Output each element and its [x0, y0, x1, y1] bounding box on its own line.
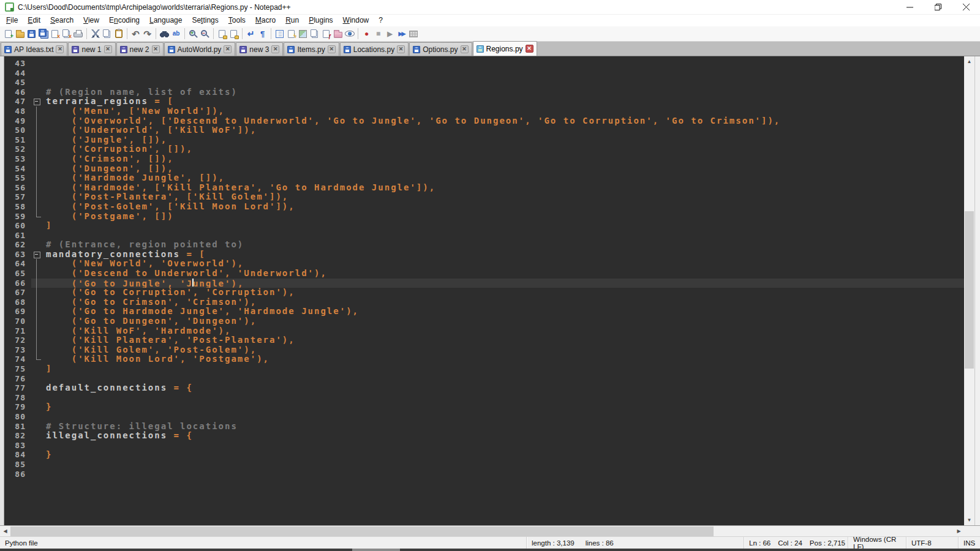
tab-options-py[interactable]: Options.py✕	[409, 42, 472, 56]
code-line-73[interactable]: 73 ('Kill Golem', 'Post-Golem'),	[4, 345, 964, 355]
monitoring-icon[interactable]	[332, 28, 344, 40]
code-line-57[interactable]: 57 ('Post-Plantera', ['Kill Golem']),	[4, 192, 964, 202]
code-line-69[interactable]: 69 ('Go to Hardmode Jungle', 'Hardmode J…	[4, 307, 964, 317]
menu-item-run[interactable]: Run	[281, 15, 304, 26]
print-icon[interactable]	[72, 28, 84, 40]
sync-vertical-icon[interactable]	[216, 28, 228, 40]
restore-button[interactable]	[924, 0, 952, 15]
menu-item-help[interactable]: ?	[374, 15, 388, 26]
code-line-86[interactable]: 86	[4, 470, 964, 479]
macro-record-icon[interactable]: ●	[361, 28, 372, 40]
doc-list-icon[interactable]	[309, 28, 320, 40]
code-line-52[interactable]: 52 ('Corruption', []),	[4, 144, 964, 154]
code-line-53[interactable]: 53 ('Crimson', []),	[4, 154, 964, 164]
tab-regions-py[interactable]: Regions.py✕	[473, 41, 537, 56]
tab-close-icon[interactable]: ✕	[271, 45, 279, 53]
tab-locations-py[interactable]: Locations.py✕	[340, 42, 409, 56]
macro-save-icon[interactable]	[407, 28, 419, 40]
code-line-54[interactable]: 54 ('Dungeon', []),	[4, 164, 964, 174]
tab-close-icon[interactable]: ✕	[461, 45, 469, 53]
code-line-71[interactable]: 71 ('Kill WoF', 'Hardmode'),	[4, 326, 964, 336]
vertical-scrollbar-thumb[interactable]	[965, 211, 974, 369]
scroll-up-arrow-icon[interactable]: ▲	[964, 56, 974, 67]
copy-icon[interactable]	[101, 28, 113, 40]
sync-horizontal-icon[interactable]	[228, 28, 239, 40]
code-line-60[interactable]: 60]	[4, 221, 964, 231]
tab-close-icon[interactable]: ✕	[152, 45, 160, 53]
status-insert-mode[interactable]: INS	[958, 537, 980, 549]
redo-icon[interactable]: ↷	[141, 28, 153, 40]
code-line-51[interactable]: 51 ('Jungle', []),	[4, 135, 964, 145]
tab-new-3[interactable]: new 3✕	[236, 42, 283, 56]
status-encoding[interactable]: UTF-8	[906, 537, 958, 549]
close-button[interactable]	[952, 0, 980, 15]
code-line-61[interactable]: 61	[4, 231, 964, 241]
code-line-50[interactable]: 50 ('Underworld', ['Kill WoF']),	[4, 126, 964, 135]
code-line-83[interactable]: 83	[4, 441, 964, 451]
code-line-63[interactable]: 63mandatory_connections = [	[4, 250, 964, 260]
menu-item-tools[interactable]: Tools	[224, 15, 251, 26]
scroll-right-arrow-icon[interactable]: ▶	[954, 526, 964, 536]
code-line-48[interactable]: 48 ('Menu', ['New World']),	[4, 107, 964, 116]
open-file-icon[interactable]	[14, 28, 26, 40]
cut-icon[interactable]	[89, 28, 101, 40]
scroll-left-arrow-icon[interactable]: ◀	[0, 526, 10, 536]
doc-map-icon[interactable]	[297, 28, 309, 40]
horizontal-scrollbar-thumb[interactable]	[10, 527, 714, 536]
code-line-64[interactable]: 64 ('New World', 'Overworld'),	[4, 259, 964, 269]
fold-collapse-icon[interactable]	[31, 97, 43, 107]
show-all-chars-icon[interactable]: ¶	[257, 28, 268, 40]
code-line-58[interactable]: 58 ('Post-Golem', ['Kill Moon Lord']),	[4, 202, 964, 212]
tab-ap-ideas-txt[interactable]: AP Ideas.txt✕	[1, 42, 67, 56]
code-line-62[interactable]: 62# (Entrance, region pointed to)	[4, 240, 964, 250]
tab-close-icon[interactable]: ✕	[397, 45, 405, 53]
menu-item-file[interactable]: File	[1, 15, 23, 26]
code-line-43[interactable]: 43	[4, 59, 964, 69]
tab-close-icon[interactable]: ✕	[104, 45, 112, 53]
menu-item-search[interactable]: Search	[45, 15, 78, 26]
macro-run-multi-icon[interactable]: ▶▶	[396, 28, 407, 40]
code-line-46[interactable]: 46# (Region name, list of exits)	[4, 88, 964, 97]
status-eol-format[interactable]: Windows (CR LF)	[848, 537, 906, 549]
code-line-66[interactable]: 66 ('Go to Jungle', 'Jungle'),	[4, 279, 964, 288]
zoom-out-icon[interactable]: −	[199, 28, 211, 40]
code-line-68[interactable]: 68 ('Go to Crimson', 'Crimson'),	[4, 298, 964, 307]
menu-item-settings[interactable]: Settings	[187, 15, 223, 26]
menu-item-macro[interactable]: Macro	[251, 15, 281, 26]
tab-items-py[interactable]: Items.py✕	[284, 42, 339, 56]
tab-autoworld-py[interactable]: AutoWorld.py✕	[164, 42, 236, 56]
code-line-77[interactable]: 77default_connections = {	[4, 383, 964, 393]
menu-item-language[interactable]: Language	[145, 15, 187, 26]
menu-item-encoding[interactable]: Encoding	[104, 15, 145, 26]
function-list-icon[interactable]: ϟ	[285, 28, 297, 40]
menu-item-view[interactable]: View	[78, 15, 104, 26]
new-file-icon[interactable]: +	[2, 28, 14, 40]
code-line-80[interactable]: 80	[4, 412, 964, 422]
code-line-65[interactable]: 65 ('Descend to Underworld', 'Underworld…	[4, 269, 964, 279]
close-doc-icon[interactable]: x	[49, 28, 61, 40]
code-line-84[interactable]: 84}	[4, 450, 964, 460]
horizontal-scrollbar[interactable]: ◀ ▶	[0, 525, 980, 536]
undo-icon[interactable]: ↶	[130, 28, 141, 40]
code-line-75[interactable]: 75]	[4, 364, 964, 374]
replace-icon[interactable]: ab	[170, 28, 182, 40]
code-line-67[interactable]: 67 ('Go to Corruption', 'Corruption'),	[4, 288, 964, 298]
code-line-78[interactable]: 78	[4, 393, 964, 403]
code-line-56[interactable]: 56 ('Hardmode', ['Kill Plantera', 'Go to…	[4, 183, 964, 193]
indent-guide-icon[interactable]	[274, 28, 285, 40]
zoom-in-icon[interactable]: +	[187, 28, 199, 40]
code-line-82[interactable]: 82illegal_connections = {	[4, 431, 964, 441]
code-line-55[interactable]: 55 ('Hardmode Jungle', []),	[4, 173, 964, 183]
code-line-44[interactable]: 44	[4, 69, 964, 78]
macro-stop-icon[interactable]: ■	[372, 28, 384, 40]
menu-item-plugins[interactable]: Plugins	[304, 15, 337, 26]
save-all-icon[interactable]	[37, 28, 49, 40]
code-editor[interactable]: 43444546# (Region name, list of exits)47…	[4, 56, 964, 525]
code-line-59[interactable]: 59 ('Postgame', [])	[4, 212, 964, 222]
view-eye-icon[interactable]	[344, 28, 355, 40]
code-line-81[interactable]: 81# Structure: illegal locations	[4, 422, 964, 432]
code-line-85[interactable]: 85	[4, 460, 964, 470]
code-line-72[interactable]: 72 ('Kill Plantera', 'Post-Plantera'),	[4, 335, 964, 345]
code-line-79[interactable]: 79}	[4, 402, 964, 412]
code-line-49[interactable]: 49 ('Overworld', ['Descend to Underworld…	[4, 116, 964, 126]
